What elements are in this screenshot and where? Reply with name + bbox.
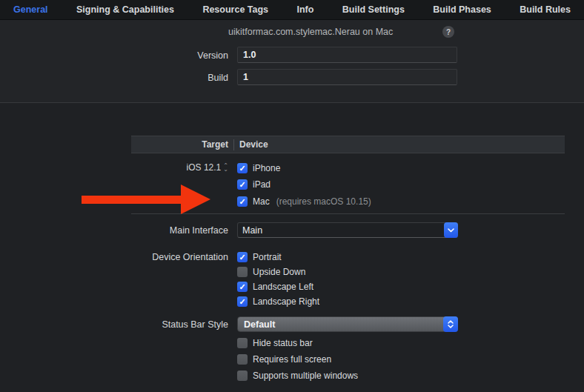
status-row-supports-multiple-windows: Supports multiple windows xyxy=(237,370,358,381)
main-interface-combobox[interactable]: Main xyxy=(237,222,458,238)
upside-down-label: Upside Down xyxy=(253,267,305,277)
deployment-table-header: Target Device xyxy=(131,136,565,153)
orientation-row-upside-down: Upside Down xyxy=(237,266,305,277)
build-field[interactable]: 1 xyxy=(237,69,457,85)
tab-build-rules[interactable]: Build Rules xyxy=(520,4,571,15)
version-label: Version xyxy=(0,50,228,61)
tab-build-phases[interactable]: Build Phases xyxy=(433,4,491,15)
device-row-mac: Mac (requires macOS 10.15) xyxy=(237,196,371,207)
mac-label: Mac xyxy=(253,196,270,207)
target-version-text: iOS 12.1 xyxy=(187,162,222,173)
mac-checkbox[interactable] xyxy=(237,196,248,207)
editor-tab-bar: General Signing & Capabilities Resource … xyxy=(0,0,584,20)
landscape-left-checkbox[interactable] xyxy=(237,282,248,292)
section-divider xyxy=(0,102,584,103)
hide-status-bar-label: Hide status bar xyxy=(253,338,313,348)
version-field[interactable]: 1.0 xyxy=(237,47,457,63)
build-label: Build xyxy=(0,73,228,83)
supports-multiple-windows-checkbox[interactable] xyxy=(237,371,248,381)
ipad-label: iPad xyxy=(253,179,271,190)
landscape-right-checkbox[interactable] xyxy=(237,296,248,307)
version-stepper-icon[interactable]: ⌃⌄ xyxy=(223,164,228,171)
red-arrow-annotation xyxy=(82,196,182,204)
tab-info[interactable]: Info xyxy=(297,4,314,15)
requires-full-screen-label: Requires full screen xyxy=(253,354,331,365)
status-bar-style-value: Default xyxy=(238,319,443,330)
iphone-label: iPhone xyxy=(253,163,280,173)
column-separator xyxy=(233,139,234,150)
portrait-checkbox[interactable] xyxy=(237,252,248,262)
help-icon[interactable]: ? xyxy=(442,26,454,38)
status-row-requires-full-screen: Requires full screen xyxy=(237,353,331,365)
column-header-target: Target xyxy=(131,139,228,150)
tab-signing-capabilities[interactable]: Signing & Capabilities xyxy=(76,4,174,15)
chevron-up-down-icon[interactable] xyxy=(443,316,458,332)
main-interface-label: Main Interface xyxy=(0,225,228,236)
tab-resource-tags[interactable]: Resource Tags xyxy=(202,4,268,15)
portrait-label: Portrait xyxy=(253,252,282,262)
upside-down-checkbox[interactable] xyxy=(237,267,248,277)
hide-status-bar-checkbox[interactable] xyxy=(237,338,248,348)
red-arrow-head xyxy=(181,185,210,214)
mac-requirement-note: (requires macOS 10.15) xyxy=(276,196,371,207)
orientation-row-landscape-right: Landscape Right xyxy=(237,296,319,307)
status-row-hide-status-bar: Hide status bar xyxy=(237,337,313,348)
tab-general[interactable]: General xyxy=(13,4,48,15)
orientation-row-landscape-left: Landscape Left xyxy=(237,281,313,292)
supports-multiple-windows-label: Supports multiple windows xyxy=(253,371,358,381)
device-row-iphone: iPhone xyxy=(237,162,280,173)
status-bar-style-label: Status Bar Style xyxy=(0,319,228,330)
chevron-down-icon[interactable] xyxy=(444,222,458,238)
status-bar-style-popup[interactable]: Default xyxy=(237,316,458,332)
iphone-checkbox[interactable] xyxy=(237,163,248,173)
bundle-identifier-text: uikitformac.com.stylemac.Nerau on Mac xyxy=(228,27,393,37)
device-row-ipad: iPad xyxy=(237,179,271,190)
landscape-left-label: Landscape Left xyxy=(253,282,313,292)
xcode-target-editor: General Signing & Capabilities Resource … xyxy=(0,0,584,392)
requires-full-screen-checkbox[interactable] xyxy=(237,354,248,365)
deployment-target-version: iOS 12.1 ⌃⌄ xyxy=(0,162,228,173)
ipad-checkbox[interactable] xyxy=(237,179,248,190)
column-header-device: Device xyxy=(239,139,268,150)
landscape-right-label: Landscape Right xyxy=(253,296,319,307)
orientation-row-portrait: Portrait xyxy=(237,251,282,262)
device-orientation-label: Device Orientation xyxy=(0,252,228,262)
main-interface-value: Main xyxy=(238,225,444,236)
tab-build-settings[interactable]: Build Settings xyxy=(342,4,405,15)
